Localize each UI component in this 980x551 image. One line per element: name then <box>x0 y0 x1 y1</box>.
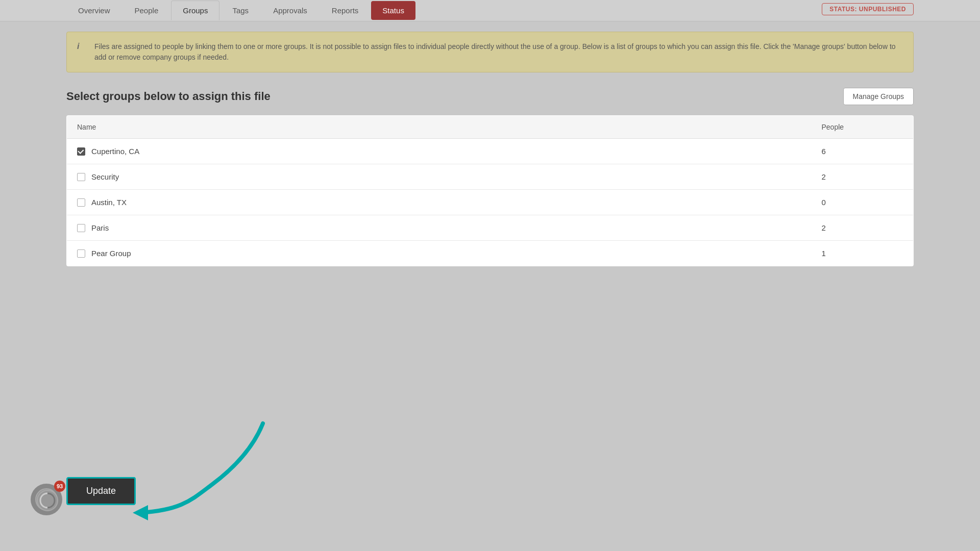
group-name: Paris <box>91 223 109 232</box>
tab-bar: Overview People Groups Tags Approvals Re… <box>0 0 980 21</box>
logo-notification-badge: 93 <box>54 481 65 492</box>
tab-reports[interactable]: Reports <box>320 1 371 20</box>
name-cell: Austin, TX <box>67 190 812 215</box>
info-text: Files are assigned to people by linking … <box>94 41 903 63</box>
name-cell: Cupertino, CA <box>67 139 812 164</box>
tab-groups[interactable]: Groups <box>171 1 219 20</box>
page-container: Overview People Groups Tags Approvals Re… <box>0 0 980 551</box>
people-count: 2 <box>812 164 914 190</box>
tab-overview[interactable]: Overview <box>66 1 122 20</box>
section-title: Select groups below to assign this file <box>66 90 271 103</box>
col-header-people: People <box>812 116 914 139</box>
info-icon: i <box>77 42 87 51</box>
arrow-annotation <box>89 418 283 531</box>
people-count: 2 <box>812 215 914 241</box>
tab-people[interactable]: People <box>123 1 170 20</box>
group-checkbox[interactable] <box>77 249 85 258</box>
group-name: Security <box>91 172 119 181</box>
update-button[interactable]: Update <box>66 477 136 505</box>
table-row: Paris2 <box>67 215 914 241</box>
name-cell: Security <box>67 164 812 190</box>
table-row: Pear Group1 <box>67 241 914 266</box>
status-badge: STATUS: UNPUBLISHED <box>822 3 914 15</box>
group-name: Pear Group <box>91 249 131 258</box>
logo-inner <box>35 488 58 511</box>
name-cell: Pear Group <box>67 241 812 266</box>
name-cell: Paris <box>67 215 812 241</box>
tab-approvals[interactable]: Approvals <box>261 1 319 20</box>
group-name: Austin, TX <box>91 198 127 207</box>
manage-groups-button[interactable]: Manage Groups <box>843 88 914 105</box>
update-area: Update <box>66 477 136 505</box>
people-count: 1 <box>812 241 914 266</box>
group-checkbox[interactable] <box>77 173 85 181</box>
group-checkbox[interactable] <box>77 224 85 232</box>
groups-table: Name People Cupertino, CA6Security2Austi… <box>66 115 914 266</box>
svg-marker-0 <box>133 505 148 520</box>
tab-tags[interactable]: Tags <box>220 1 260 20</box>
section-header: Select groups below to assign this file … <box>66 88 914 105</box>
group-checkbox[interactable] <box>77 147 85 156</box>
group-checkbox[interactable] <box>77 198 85 207</box>
table-row: Security2 <box>67 164 914 190</box>
people-count: 6 <box>812 139 914 164</box>
group-name: Cupertino, CA <box>91 147 139 156</box>
table-row: Cupertino, CA6 <box>67 139 914 164</box>
bottom-logo[interactable]: 93 <box>31 484 62 515</box>
people-count: 0 <box>812 190 914 215</box>
main-content: i Files are assigned to people by linkin… <box>0 32 980 266</box>
col-header-name: Name <box>67 116 812 139</box>
tab-status[interactable]: Status <box>371 1 415 20</box>
info-box: i Files are assigned to people by linkin… <box>66 32 914 72</box>
table-row: Austin, TX0 <box>67 190 914 215</box>
